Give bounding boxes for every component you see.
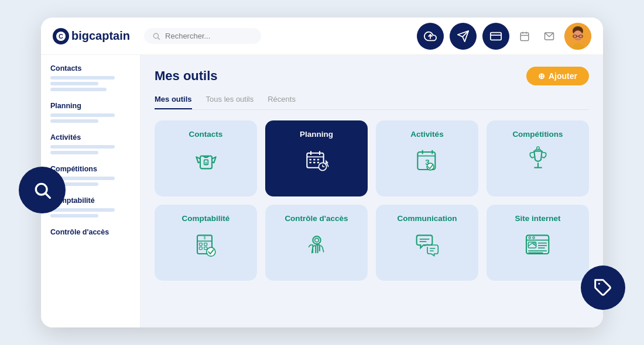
tool-card-planning[interactable]: Planning bbox=[265, 120, 368, 196]
tool-controle-icon bbox=[300, 229, 333, 261]
sidebar-line bbox=[50, 208, 115, 212]
tool-site-internet-title: Site internet bbox=[515, 214, 560, 223]
svg-point-64 bbox=[529, 237, 530, 239]
tool-planning-title: Planning bbox=[300, 130, 333, 139]
tool-competitions-icon bbox=[522, 144, 554, 177]
sidebar-title-contacts: Contacts bbox=[50, 64, 131, 73]
svg-rect-33 bbox=[309, 162, 311, 164]
tool-card-site-internet[interactable]: Site internet bbox=[487, 205, 589, 281]
cloud-nav-button[interactable] bbox=[417, 23, 444, 50]
svg-point-69 bbox=[533, 243, 535, 244]
sidebar-section-controle: Contrôle d'accès bbox=[41, 228, 140, 248]
svg-rect-31 bbox=[313, 159, 315, 161]
sidebar-line bbox=[50, 82, 98, 85]
mail-nav-button[interactable] bbox=[540, 27, 559, 46]
svg-point-65 bbox=[532, 237, 534, 239]
sidebar-section-contacts: Contacts bbox=[41, 64, 140, 102]
svg-line-6 bbox=[158, 37, 160, 39]
tool-planning-icon bbox=[300, 144, 333, 177]
svg-line-1 bbox=[46, 194, 50, 198]
tool-comptabilite-icon: $ bbox=[190, 229, 222, 261]
tool-comptabilite-title: Comptabilité bbox=[182, 214, 230, 223]
logo: C bigcaptain bbox=[53, 28, 130, 44]
tool-card-contacts[interactable]: Contacts 8 bbox=[155, 120, 257, 196]
search-bar[interactable] bbox=[144, 28, 261, 44]
search-bubble[interactable] bbox=[19, 167, 66, 213]
logo-icon: C bbox=[53, 28, 69, 44]
tool-communication-title: Communication bbox=[397, 214, 457, 223]
logo-text: bigcaptain bbox=[71, 29, 130, 43]
search-bar-icon bbox=[152, 32, 160, 40]
sidebar-title-controle: Contrôle d'accès bbox=[50, 228, 131, 236]
tab-mes-outils[interactable]: Mes outils bbox=[155, 95, 192, 109]
calendar-nav-button[interactable] bbox=[515, 27, 534, 46]
tool-activites-icon: 3 bbox=[411, 144, 444, 177]
tab-tous-outils[interactable]: Tous les outils bbox=[206, 95, 254, 109]
header: C bigcaptain bbox=[41, 18, 603, 55]
tool-card-competitions[interactable]: Compétitions bbox=[487, 120, 589, 196]
header-icons bbox=[417, 23, 591, 50]
user-avatar[interactable] bbox=[564, 23, 591, 50]
svg-rect-52 bbox=[199, 247, 202, 249]
svg-point-5 bbox=[153, 33, 158, 38]
tool-communication-icon bbox=[411, 229, 444, 261]
svg-text:$: $ bbox=[203, 236, 205, 240]
sidebar-line bbox=[50, 88, 107, 91]
content-area: Mes outils ⊕ Ajouter Mes outils Tous les… bbox=[141, 55, 603, 327]
add-button-label: Ajouter bbox=[549, 71, 577, 81]
add-icon: ⊕ bbox=[538, 71, 545, 81]
svg-point-56 bbox=[313, 236, 320, 244]
sidebar-line bbox=[50, 151, 98, 154]
svg-rect-12 bbox=[520, 33, 529, 41]
sidebar-section-planning: Planning bbox=[41, 102, 140, 133]
svg-rect-51 bbox=[204, 243, 207, 246]
sidebar-line bbox=[50, 76, 115, 80]
sidebar-line bbox=[50, 145, 115, 149]
search-input[interactable] bbox=[165, 32, 247, 40]
tab-recents[interactable]: Récents bbox=[268, 95, 296, 109]
tool-contacts-title: Contacts bbox=[189, 130, 223, 139]
sidebar-line bbox=[50, 119, 98, 123]
svg-rect-50 bbox=[199, 243, 202, 246]
tool-card-communication[interactable]: Communication bbox=[376, 205, 478, 281]
card-nav-button[interactable] bbox=[482, 23, 509, 50]
tool-controle-title: Contrôle d'accès bbox=[285, 214, 348, 223]
tabs-row: Mes outils Tous les outils Récents bbox=[155, 95, 589, 110]
svg-line-67 bbox=[528, 243, 532, 246]
svg-rect-53 bbox=[204, 247, 207, 249]
tool-card-activites[interactable]: Activités 3 bbox=[376, 120, 478, 196]
svg-rect-30 bbox=[309, 159, 311, 161]
app-window: C bigcaptain bbox=[41, 18, 603, 327]
sidebar-line bbox=[50, 113, 115, 117]
tool-activites-title: Activités bbox=[410, 130, 443, 139]
sidebar-title-competitions: Compétitions bbox=[50, 165, 131, 173]
tool-competitions-title: Compétitions bbox=[512, 130, 563, 139]
tool-card-controle[interactable]: Contrôle d'accès bbox=[265, 205, 368, 281]
add-button[interactable]: ⊕ Ajouter bbox=[526, 67, 589, 85]
content-header: Mes outils ⊕ Ajouter bbox=[155, 67, 589, 85]
svg-point-57 bbox=[314, 238, 318, 242]
sidebar-section-activites: Activités bbox=[41, 133, 140, 165]
tool-site-internet-icon bbox=[522, 229, 554, 261]
tools-grid: Contacts 8 bbox=[155, 120, 589, 281]
svg-rect-34 bbox=[313, 162, 315, 164]
sidebar-title-planning: Planning bbox=[50, 102, 131, 110]
send-nav-button[interactable] bbox=[450, 23, 477, 50]
svg-rect-32 bbox=[317, 159, 318, 161]
svg-rect-10 bbox=[491, 32, 501, 40]
sidebar-line bbox=[50, 214, 98, 218]
main-layout: Contacts Planning Activités Compétition bbox=[41, 55, 603, 327]
svg-point-55 bbox=[206, 247, 215, 256]
tool-card-comptabilite[interactable]: Comptabilité $ bbox=[155, 205, 257, 281]
svg-rect-35 bbox=[317, 162, 318, 164]
tag-bubble[interactable] bbox=[581, 265, 625, 310]
sidebar-title-activites: Activités bbox=[50, 133, 131, 142]
svg-text:C: C bbox=[59, 33, 63, 40]
tool-contacts-icon: 8 bbox=[190, 144, 222, 177]
page-title: Mes outils bbox=[155, 68, 218, 84]
